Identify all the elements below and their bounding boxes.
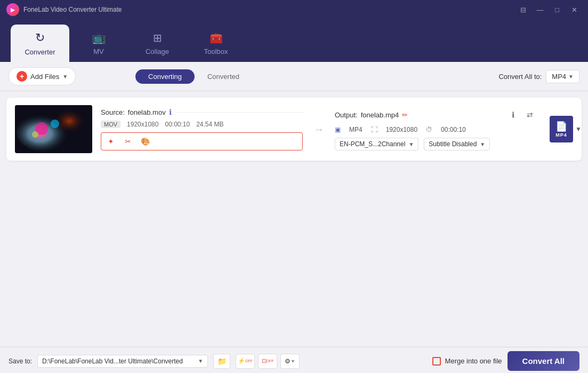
convert-arrow-icon: → [313, 123, 324, 136]
add-files-label: Add Files [30, 73, 59, 81]
save-to-label: Save to: [9, 358, 32, 365]
subtitle-select[interactable]: Subtitle Disabled ▼ [424, 138, 490, 150]
settings-button[interactable]: ⚙ ▼ [280, 354, 300, 369]
app-logo: ▶ [6, 3, 19, 16]
mp4-file-icon: 📄 [555, 121, 567, 132]
subtitle-chevron-icon: ▼ [480, 141, 485, 147]
converted-tab[interactable]: Converted [195, 69, 252, 84]
merge-label: Merge into one file [445, 357, 502, 365]
title-bar: ▶ FoneLab Video Converter Ultimate ⊟ — □… [0, 0, 588, 19]
convert-all-button[interactable]: Convert All [508, 351, 579, 371]
save-path-text: D:\FoneLab\FoneLab Vid...ter Ultimate\Co… [42, 358, 196, 365]
app-title: FoneLab Video Converter Ultimate [23, 6, 122, 13]
bottom-bar: Save to: D:\FoneLab\FoneLab Vid...ter Ul… [0, 347, 588, 373]
minimize-button[interactable]: — [533, 4, 547, 15]
enhance-button[interactable]: ✦ [103, 135, 118, 148]
output-format: MP4 [349, 126, 363, 133]
add-files-icon: + [17, 71, 27, 82]
output-dropdowns: EN-PCM_S...2Channel ▼ Subtitle Disabled … [335, 138, 537, 150]
svg-point-5 [32, 131, 38, 138]
nav-bar: ↻ Converter 📺 MV ⊞ Collage 🧰 Toolbox [0, 19, 588, 62]
converter-icon: ↻ [35, 31, 45, 45]
mp4-format-label: MP4 [555, 132, 567, 138]
flash-off-button[interactable]: ⚡OFF [236, 354, 255, 369]
info-output-button[interactable]: ℹ [506, 108, 520, 122]
output-filename: fonelab.mp4 [361, 111, 399, 119]
add-files-button[interactable]: + Add Files ▼ [9, 67, 76, 85]
close-button[interactable]: ✕ [567, 4, 582, 15]
merge-checkbox[interactable] [432, 357, 441, 366]
audio-chevron-icon: ▼ [408, 141, 414, 147]
file-item: Source: fonelab.mov ℹ MOV 1920x1080 00:0… [6, 98, 582, 161]
gear-icon: ⚙ [285, 358, 291, 365]
source-duration: 00:00:10 [165, 121, 190, 128]
add-files-chevron: ▼ [62, 74, 68, 80]
merge-option: Merge into one file [432, 357, 502, 366]
tab-toolbox-label: Toolbox [204, 47, 228, 55]
subtitle-value: Subtitle Disabled [429, 140, 477, 148]
format-chevron-icon: ▼ [568, 74, 574, 80]
output-res-icon: ⛶ [371, 126, 377, 133]
tab-toolbox[interactable]: 🧰 Toolbox [187, 25, 245, 62]
caption-button[interactable]: ⊟ [515, 4, 530, 15]
svg-point-2 [42, 108, 84, 140]
svg-point-4 [51, 120, 59, 128]
palette-button[interactable]: 🎨 [138, 135, 152, 148]
thumbnail [15, 105, 92, 153]
main-content: Source: fonelab.mov ℹ MOV 1920x1080 00:0… [0, 91, 588, 347]
info-icon[interactable]: ℹ [169, 108, 172, 116]
source-filename: fonelab.mov [128, 108, 166, 116]
file-actions: ✦ ✂ 🎨 [101, 132, 303, 150]
title-bar-controls: ⊟ — □ ✕ [515, 4, 582, 15]
save-path-display: D:\FoneLab\FoneLab Vid...ter Ultimate\Co… [37, 355, 208, 368]
source-label: Source: [101, 108, 125, 116]
tab-converter-label: Converter [25, 48, 55, 56]
file-source-info: Source: fonelab.mov ℹ MOV 1920x1080 00:0… [101, 108, 303, 150]
file-meta: MOV 1920x1080 00:00:10 24.54 MB [101, 121, 303, 128]
hardware-accel-button[interactable]: ⊡OFF [258, 354, 277, 369]
convert-all-to-label: Convert All to: [498, 73, 542, 81]
settings-chevron-icon: ▼ [291, 359, 295, 364]
save-path-chevron: ▼ [198, 358, 203, 364]
file-source-row: Source: fonelab.mov ℹ [101, 108, 303, 116]
source-size: 24.54 MB [196, 121, 223, 128]
mp4-badge-wrapper: 📄 MP4 ▼ [550, 116, 573, 142]
output-info: Output: fonelab.mp4 ✏ ℹ ⇄ ▣ MP4 ⛶ 1920x1… [335, 108, 537, 150]
toolbar: + Add Files ▼ Converting Converted Conve… [0, 62, 588, 91]
output-resolution: 1920x1080 [386, 126, 417, 133]
output-format-icon: ▣ [335, 126, 341, 133]
mp4-format-chevron[interactable]: ▼ [575, 125, 582, 133]
browse-folder-button[interactable]: 📁 [213, 354, 230, 369]
output-duration: 00:00:10 [441, 126, 466, 133]
format-value: MP4 [552, 73, 566, 81]
tab-collage[interactable]: ⊞ Collage [128, 25, 187, 62]
convert-tabs: Converting Converted [135, 69, 252, 84]
cut-button[interactable]: ✂ [120, 135, 135, 148]
thumbnail-svg [15, 105, 92, 153]
output-header: Output: fonelab.mp4 ✏ ℹ ⇄ [335, 108, 537, 122]
output-time-icon: ⏱ [426, 126, 432, 133]
audio-track-select[interactable]: EN-PCM_S...2Channel ▼ [335, 138, 418, 150]
source-format-badge: MOV [101, 121, 120, 128]
tab-collage-label: Collage [146, 47, 169, 55]
convert-all-to: Convert All to: MP4 ▼ [498, 70, 579, 83]
title-bar-left: ▶ FoneLab Video Converter Ultimate [6, 3, 122, 16]
bottom-tools: ⚡OFF ⊡OFF ⚙ ▼ [236, 354, 300, 369]
settings-output-button[interactable]: ⇄ [523, 108, 537, 122]
collage-icon: ⊞ [153, 31, 162, 44]
tab-mv[interactable]: 📺 MV [69, 25, 128, 62]
source-resolution: 1920x1080 [127, 121, 158, 128]
output-label: Output: [335, 111, 358, 119]
format-select[interactable]: MP4 ▼ [546, 70, 579, 83]
audio-track-value: EN-PCM_S...2Channel [340, 140, 405, 148]
toolbox-icon: 🧰 [210, 31, 223, 44]
output-meta: ▣ MP4 ⛶ 1920x1080 ⏱ 00:00:10 [335, 126, 537, 133]
mv-icon: 📺 [92, 31, 106, 44]
mp4-badge: 📄 MP4 [550, 116, 573, 142]
tab-converter[interactable]: ↻ Converter [11, 25, 69, 62]
maximize-button[interactable]: □ [550, 4, 565, 15]
edit-filename-icon[interactable]: ✏ [402, 111, 408, 119]
converting-tab[interactable]: Converting [135, 69, 195, 84]
tab-mv-label: MV [93, 47, 104, 55]
